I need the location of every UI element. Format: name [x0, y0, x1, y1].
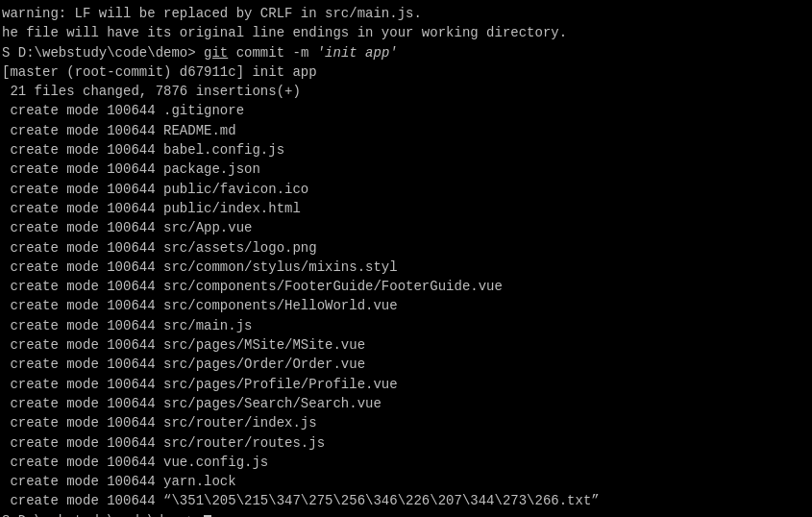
line-c16: create mode 100644 src/pages/Search/Sear… — [2, 394, 810, 413]
line-c6: create mode 100644 public/index.html — [2, 199, 810, 218]
line-c10: create mode 100644 src/components/Footer… — [2, 277, 810, 296]
line-c14: create mode 100644 src/pages/Order/Order… — [2, 355, 810, 374]
line-branch1: [master (root-commit) d67911c] init app — [2, 62, 810, 82]
branch-name: master — [10, 64, 58, 80]
line-c17: create mode 100644 src/router/index.js — [2, 413, 810, 432]
line-cmd1: S D:\webstudy\code\demo> git commit -m '… — [2, 43, 810, 62]
line-c15: create mode 100644 src/pages/Profile/Pro… — [2, 375, 810, 394]
line-c5: create mode 100644 public/favicon.ico — [2, 180, 810, 199]
line-c20: create mode 100644 yarn.lock — [2, 472, 810, 491]
line-c18: create mode 100644 src/router/routes.js — [2, 433, 810, 453]
line-prompt: S D:\webstudy\code\demo> — [2, 511, 810, 517]
line-c13: create mode 100644 src/pages/MSite/MSite… — [2, 335, 810, 355]
line-c8: create mode 100644 src/assets/logo.png — [2, 238, 810, 258]
terminal: warning: LF will be replaced by CRLF in … — [0, 0, 812, 517]
line-c1: create mode 100644 .gitignore — [2, 101, 810, 120]
line-stat1: 21 files changed, 7876 insertions(+) — [2, 82, 810, 101]
line-c11: create mode 100644 src/components/HelloW… — [2, 296, 810, 315]
line-c4: create mode 100644 package.json — [2, 160, 810, 179]
line-c2: create mode 100644 README.md — [2, 121, 810, 140]
line-c7: create mode 100644 src/App.vue — [2, 218, 810, 237]
line-warn1: warning: LF will be replaced by CRLF in … — [2, 4, 810, 23]
line-c21: create mode 100644 “\351\205\215\347\275… — [2, 491, 810, 510]
line-c19: create mode 100644 vue.config.js — [2, 453, 810, 472]
line-warn2: he file will have its original line endi… — [2, 23, 810, 42]
line-c12: create mode 100644 src/main.js — [2, 316, 810, 335]
line-c9: create mode 100644 src/common/stylus/mix… — [2, 258, 810, 277]
line-c3: create mode 100644 babel.config.js — [2, 140, 810, 160]
